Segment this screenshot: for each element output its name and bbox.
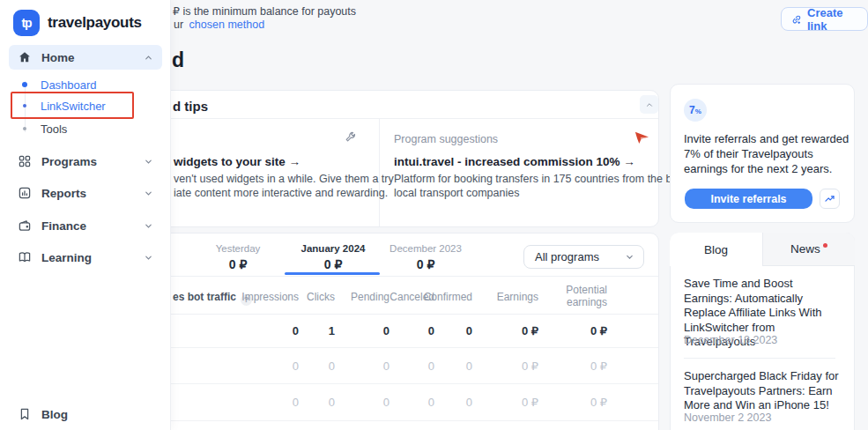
chosen-method-link[interactable]: chosen method — [189, 19, 264, 31]
referral-text-line1: Invite referrals and get rewarded — [684, 132, 849, 145]
bot-traffic-label: es bot traffic — [173, 291, 236, 303]
chevron-up-icon — [645, 100, 654, 109]
program-filter-select[interactable]: All programs — [523, 245, 644, 269]
blog-post-date: December 18 2023 — [684, 334, 777, 346]
post-divider — [684, 358, 835, 359]
payout-method-prefix: ur — [174, 19, 183, 31]
payout-method-note: ur chosen method — [174, 19, 264, 31]
tip-program-title[interactable]: intui.travel - increased commission 10% … — [394, 155, 635, 168]
sidebar-item-blog[interactable]: Blog — [9, 403, 162, 426]
tab-blog[interactable]: Blog — [670, 233, 762, 266]
travelpayouts-logo-text: travelpayouts — [48, 14, 142, 32]
create-link-button[interactable]: Create link — [781, 7, 868, 31]
cell-confirmed: 0 — [405, 384, 472, 421]
blog-post-title[interactable]: Supercharged Black Friday for Travelpayo… — [684, 369, 839, 413]
sidebar-item-label: Home — [41, 51, 144, 64]
travelpayouts-logo-mark: tp — [13, 10, 40, 36]
send-icon — [634, 130, 649, 145]
cell-earnings: 0 ₽ — [471, 384, 538, 421]
cell-confirmed: 0 — [405, 348, 472, 384]
tip-widgets-body-line2: iate content more interactive and reward… — [174, 187, 388, 199]
period-value: 0 ₽ — [280, 257, 386, 271]
sidebar-item-finance[interactable]: Finance — [9, 214, 162, 237]
news-unread-dot — [823, 243, 827, 248]
create-link-icon — [791, 13, 802, 26]
tab-news-label: News — [790, 242, 820, 256]
chevron-down-icon — [625, 252, 634, 262]
tip-widgets-body-line1: ven't used widgets in a while. Give them… — [174, 173, 394, 185]
sidebar-item-label: Reports — [41, 187, 144, 200]
tips-card-title: d tips — [173, 99, 208, 114]
tips-header-divider — [151, 118, 658, 119]
cell-earnings: 0 ₽ — [471, 348, 538, 384]
active-period-underline — [285, 272, 380, 275]
period-value: 0 ₽ — [373, 257, 479, 271]
period-tab-yesterday[interactable]: Yesterday 0 ₽ — [194, 243, 282, 271]
wrench-icon — [344, 130, 358, 144]
create-link-label: Create link — [807, 6, 857, 33]
reports-chart-icon — [18, 186, 32, 200]
trending-up-icon — [824, 193, 835, 204]
page-title: d — [172, 48, 184, 72]
cell-potential-earnings: 0 ₽ — [540, 348, 607, 384]
period-tab-december-2023[interactable]: December 2023 0 ₽ — [373, 243, 479, 271]
referral-percent-badge: 7% — [684, 99, 707, 122]
referral-text-line2: 7% of their Travelpayouts — [684, 147, 813, 160]
invite-referrals-button[interactable]: Invite referrals — [685, 189, 812, 209]
sidebar-item-label: Blog — [41, 408, 162, 421]
sidebar-item-dashboard[interactable]: Dashboard — [41, 78, 97, 92]
period-label: Yesterday — [194, 243, 282, 254]
referral-text-line3: earnings for the next 2 years. — [684, 162, 832, 175]
chevron-down-icon — [144, 221, 153, 231]
sidebar-item-learning[interactable]: Learning — [9, 246, 162, 269]
tools-bullet — [23, 127, 26, 130]
sidebar-item-reports[interactable]: Reports — [9, 182, 162, 204]
dashboard-bullet — [22, 82, 27, 87]
chevron-down-icon — [144, 189, 153, 198]
program-filter-value: All programs — [535, 250, 625, 263]
referral-stats-button[interactable] — [820, 189, 840, 209]
sidebar-item-label: Learning — [41, 251, 144, 264]
tips-collapse-button[interactable] — [640, 95, 658, 114]
stats-tabs-divider — [151, 276, 658, 277]
tip-program-body-line2: local transport companies — [394, 187, 519, 199]
badge-number: 7 — [689, 104, 695, 116]
blog-post-date: November 2 2023 — [684, 411, 771, 424]
table-row: 0 0 0 0 0 0 ₽ 0 ₽ — [151, 348, 658, 384]
program-suggestions-label: Program suggestions — [394, 133, 498, 145]
period-tab-january-2024[interactable]: January 2024 0 ₽ — [280, 243, 386, 271]
period-label: December 2023 — [373, 243, 479, 254]
table-row: 0 0 0 0 0 0 ₽ 0 ₽ — [151, 384, 658, 421]
table-row: 0 1 0 0 0 0 ₽ 0 ₽ — [151, 315, 658, 348]
payout-balance-note: ₽ is the minimum balance for payouts — [173, 4, 356, 18]
tip-widgets-title[interactable]: widgets to your site → — [174, 155, 300, 168]
tab-blog-label: Blog — [704, 243, 728, 256]
tip-program-body-line1: Platform for booking transfers in 175 co… — [394, 173, 686, 185]
sidebar-item-home[interactable]: Home — [9, 45, 162, 70]
cell-potential-earnings: 0 ₽ — [540, 384, 607, 421]
cell-earnings: 0 ₽ — [471, 315, 538, 348]
programs-grid-icon — [18, 154, 32, 168]
period-value: 0 ₽ — [194, 257, 282, 271]
period-label: January 2024 — [280, 243, 386, 254]
blog-bookmark-icon — [18, 407, 32, 421]
column-header-earnings: Earnings — [471, 291, 538, 303]
cell-potential-earnings: 0 ₽ — [540, 315, 607, 348]
sidebar-item-tools[interactable]: Tools — [41, 122, 67, 136]
sidebar: tp travelpayouts Home Dashboard LinkSwit… — [0, 0, 171, 430]
cell-confirmed: 0 — [405, 315, 472, 348]
sidebar-item-label: Programs — [41, 155, 144, 168]
column-header-confirmed: Confirmed — [405, 291, 472, 303]
tab-news[interactable]: News — [762, 233, 855, 266]
travelpayouts-logo[interactable]: tp travelpayouts — [13, 10, 142, 36]
sidebar-item-label: Finance — [41, 219, 144, 233]
sidebar-item-programs[interactable]: Programs — [9, 150, 162, 173]
finance-wallet-icon — [18, 219, 32, 233]
home-icon — [18, 50, 32, 64]
chevron-down-icon — [144, 253, 153, 263]
chevron-up-icon — [144, 53, 153, 63]
learning-book-icon — [18, 250, 32, 264]
column-header-potential-earnings: Potential earnings — [554, 284, 607, 308]
annotation-highlight-linkswitcher — [11, 92, 134, 119]
chevron-down-icon — [144, 157, 153, 167]
